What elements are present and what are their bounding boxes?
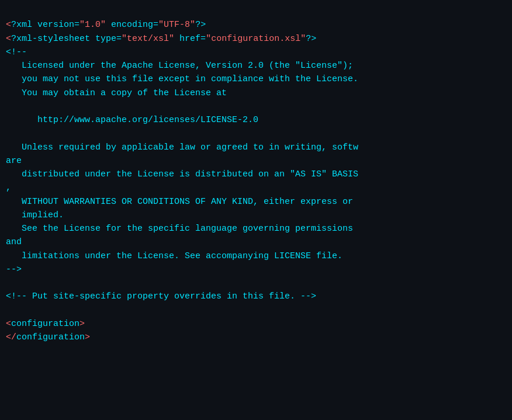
comment-close-tag: --> <box>6 265 22 275</box>
bracket-1: < <box>6 20 11 30</box>
pi-val-version: "1.0" <box>79 20 106 30</box>
open-bracket: < <box>6 319 11 329</box>
line-2: <?xml-stylesheet type="text/xsl" href="c… <box>6 34 316 44</box>
config-close-tag: configuration <box>16 332 85 342</box>
pi-keyword-2: ?xml-stylesheet <box>11 34 90 44</box>
line-1: <?xml version="1.0" encoding="UTF-8"?> <box>6 20 206 30</box>
comment-open-tag: <!-- <box>6 47 27 57</box>
pi-val-type: "text/xsl" <box>122 34 174 44</box>
pi-attr-type: type <box>90 34 116 44</box>
comment2-open-tag: <!-- <box>6 291 27 301</box>
bracket-2: < <box>6 34 11 44</box>
comment-close: --> <box>6 265 22 275</box>
close-slash-bracket: </ <box>6 332 16 342</box>
comment-text-block: Licensed under the Apache License, Versi… <box>6 61 358 261</box>
close-bracket-1: > <box>79 319 85 329</box>
pi-attr-href: href <box>174 34 200 44</box>
eq-1: = <box>74 20 79 30</box>
pi-end-1: ?> <box>195 20 206 30</box>
pi-val-encoding: "UTF-8" <box>158 20 195 30</box>
pi-attr-encoding: encoding <box>106 20 153 30</box>
comment-open: <!-- <box>6 47 27 57</box>
close-bracket-2: > <box>85 332 90 342</box>
pi-attr-version: version <box>32 20 74 30</box>
config-open-tag: configuration <box>11 319 79 329</box>
pi-end-2: ?> <box>306 34 316 44</box>
pi-val-href: "configuration.xsl" <box>206 34 306 44</box>
eq-3: = <box>116 34 122 44</box>
pi-keyword-1: ?xml <box>11 20 32 30</box>
comment2-text: Put site-specific property overrides in … <box>27 291 300 301</box>
eq-4: = <box>200 34 206 44</box>
xml-code-block: <?xml version="1.0" encoding="UTF-8"?> <… <box>6 5 506 344</box>
comment2: <!-- Put site-specific property override… <box>6 291 316 301</box>
eq-2: = <box>153 20 158 30</box>
close-config-line: </configuration> <box>6 332 90 342</box>
comment-body: Licensed under the Apache License, Versi… <box>6 61 358 261</box>
open-config-line: <configuration> <box>6 319 85 329</box>
comment2-close-tag: --> <box>300 291 316 301</box>
